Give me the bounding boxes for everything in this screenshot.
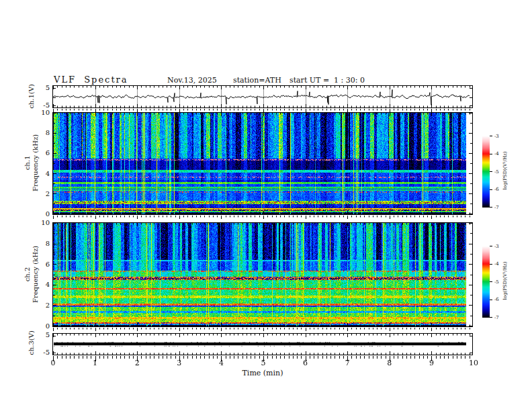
y-tick-label: 0 (20, 322, 50, 330)
y-tick-label: 4 (20, 281, 50, 289)
y-tick-label: 8 (20, 129, 50, 137)
colorbar-tick-label: -3 (494, 244, 499, 249)
colorbar-label: log(PSD)(V²/Hz) (502, 136, 508, 205)
colorbar-gradient (482, 136, 493, 208)
ch3-waveform-canvas (52, 333, 473, 355)
colorbar-tick-label: -7 (494, 205, 499, 210)
colorbar-tick-label: -5 (494, 169, 499, 175)
y-tick-label: 6 (20, 261, 50, 269)
y-tick-label: 2 (20, 190, 50, 198)
colorbar-tick-label: -4 (494, 261, 499, 267)
colorbar-tick-label: -6 (494, 187, 499, 192)
x-tick-label: 6 (297, 359, 314, 367)
colorbar-tick-label: -3 (494, 134, 499, 139)
x-tick-label: 7 (339, 359, 356, 367)
y-tick-label: 2 (20, 302, 50, 310)
x-tick-label: 4 (212, 359, 230, 367)
x-tick-label: 5 (255, 359, 272, 367)
header-start-ut: start UT = 1 : 30: 0 (290, 76, 365, 85)
x-tick-label: 3 (171, 359, 188, 367)
axis-tick-strip (52, 109, 473, 112)
axis-tick-strip (52, 328, 473, 332)
x-tick-label: 9 (423, 359, 440, 367)
ylabel-ch1-frequency: Frequency (kHz) (32, 130, 39, 197)
x-tick-label: 2 (128, 359, 146, 367)
y-tick-label: 8 (20, 240, 50, 248)
y-tick-label: 4 (20, 170, 50, 178)
x-tick-label: 10 (465, 359, 482, 367)
ch1-waveform-canvas (52, 85, 473, 108)
y-tick-label: 5 (20, 331, 50, 339)
header-station: station=ATH (233, 76, 281, 85)
page-title: VLF Spectra (54, 75, 128, 85)
axis-tick-strip (52, 216, 473, 220)
colorbar-gradient (482, 246, 493, 318)
vlf-spectra-figure: VLF Spectra Nov.13, 2025 station=ATH sta… (0, 0, 532, 411)
y-tick-label: 10 (20, 109, 50, 117)
ylabel-ch2-frequency: Frequency (kHz) (32, 241, 39, 308)
y-tick-label: 10 (20, 219, 50, 227)
x-tick-label: 8 (381, 359, 398, 367)
colorbar-tick-label: -5 (494, 279, 499, 285)
colorbar-tick-label: -6 (494, 297, 499, 302)
ch1-spectrogram-canvas (52, 112, 473, 215)
colorbar-tick-label: -7 (494, 315, 499, 320)
y-tick-label: 6 (20, 149, 50, 157)
panel-ch2-spectrogram (52, 222, 473, 327)
y-tick-label: 5 (20, 84, 50, 92)
x-axis-title: Time (min) (229, 369, 296, 377)
ch2-spectrogram-canvas (52, 222, 473, 327)
colorbar-label: log(PSD)(V²/Hz) (502, 246, 508, 316)
panel-ch1-waveform (52, 85, 473, 108)
panel-ch3-waveform (52, 333, 473, 355)
panel-ch1-spectrogram (52, 112, 473, 215)
colorbar-tick-label: -4 (494, 151, 499, 156)
y-tick-label: -5 (20, 349, 50, 357)
x-tick-label: 1 (87, 359, 104, 367)
x-tick-label: 0 (44, 359, 62, 367)
y-tick-label: 0 (20, 210, 50, 218)
header-date: Nov.13, 2025 (167, 76, 217, 85)
y-tick-label: -5 (20, 101, 50, 109)
